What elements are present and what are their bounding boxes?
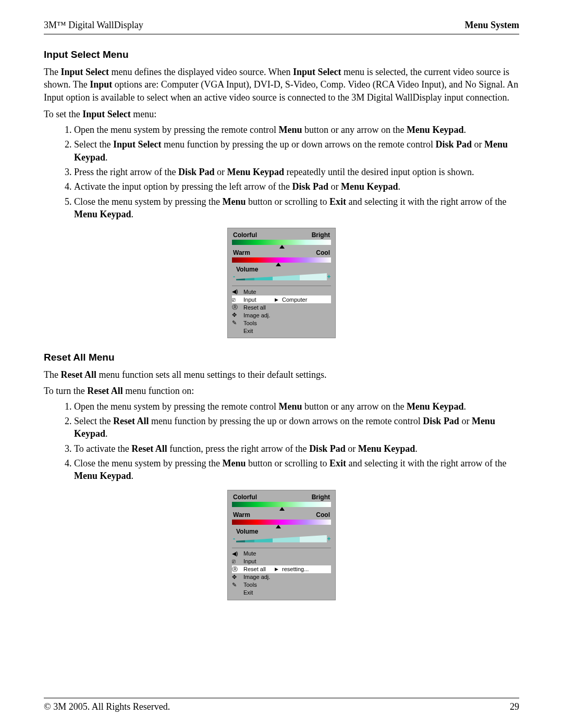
adjust-icon: ✥ bbox=[232, 312, 241, 318]
label-colorful: Colorful bbox=[233, 493, 257, 501]
menu-item-mute: ◀)Mute bbox=[232, 288, 331, 295]
label-cool: Cool bbox=[316, 249, 330, 256]
speaker-icon: ◀) bbox=[232, 550, 241, 557]
color-slider bbox=[232, 502, 331, 507]
speaker-icon: ◀) bbox=[232, 288, 241, 295]
input-value: Computer bbox=[282, 297, 331, 303]
header-right: Menu System bbox=[465, 20, 520, 31]
label-cool: Cool bbox=[316, 511, 330, 519]
menu-item-input: ⎚Input bbox=[232, 558, 331, 565]
osd-menu-figure-reset: ColorfulBright WarmCool Volume - + ◀)Mut… bbox=[227, 490, 336, 600]
page-number: 29 bbox=[510, 701, 519, 712]
menu-item-image-adj: ✥Image adj. bbox=[232, 311, 331, 319]
osd-menu-figure-input: ColorfulBright WarmCool Volume - + ◀)Mut… bbox=[227, 228, 336, 338]
tools-icon: ✎ bbox=[232, 582, 241, 588]
menu-item-exit: Exit bbox=[232, 589, 331, 597]
reset-icon: Ⓡ bbox=[232, 565, 241, 573]
menu-item-exit: Exit bbox=[232, 327, 331, 335]
section-heading-input-select: Input Select Menu bbox=[44, 49, 519, 60]
list-item: Select the Reset All menu function by pr… bbox=[74, 415, 519, 440]
volume-minus-icon: - bbox=[232, 535, 236, 542]
footer-left: © 3M 2005. All Rights Reserved. bbox=[44, 701, 170, 712]
input-select-intro: The Input Select menu defines the displa… bbox=[44, 66, 519, 104]
page-header: 3M™ Digital WallDisplay Menu System bbox=[44, 20, 519, 34]
menu-item-reset-all: ⓇReset all▶resetting... bbox=[232, 565, 331, 573]
temperature-slider bbox=[232, 520, 331, 525]
menu-item-reset-all: ⓇReset all bbox=[232, 303, 331, 311]
list-item: Close the menu system by pressing the Me… bbox=[74, 457, 519, 483]
label-volume: Volume bbox=[236, 266, 331, 273]
label-volume: Volume bbox=[236, 528, 331, 535]
list-item: Activate the input option by pressing th… bbox=[74, 180, 519, 193]
color-slider bbox=[232, 240, 331, 245]
temperature-slider bbox=[232, 257, 331, 263]
osd-menu-list: ◀)Mute ⎚Input ⓇReset all▶resetting... ✥I… bbox=[232, 548, 331, 597]
input-icon: ⎚ bbox=[232, 558, 241, 564]
reset-all-intro: The Reset All menu function sets all men… bbox=[44, 368, 519, 381]
list-item: Select the Input Select menu function by… bbox=[74, 138, 519, 164]
reset-value: resetting... bbox=[282, 566, 331, 572]
volume-slider bbox=[236, 273, 327, 280]
reset-all-steps: Open the menu system by pressing the rem… bbox=[44, 400, 519, 483]
label-colorful: Colorful bbox=[233, 231, 257, 239]
volume-slider bbox=[236, 535, 327, 542]
volume-plus-icon: + bbox=[327, 273, 331, 280]
label-bright: Bright bbox=[312, 231, 330, 239]
menu-item-input: ⎚Input▶Computer bbox=[232, 295, 331, 303]
reset-all-leadin: To turn the Reset All menu function on: bbox=[44, 385, 519, 397]
list-item: Open the menu system by pressing the rem… bbox=[74, 400, 519, 413]
page-footer: © 3M 2005. All Rights Reserved. 29 bbox=[44, 698, 519, 712]
menu-item-mute: ◀)Mute bbox=[232, 550, 331, 558]
reset-icon: Ⓡ bbox=[232, 303, 241, 311]
label-warm: Warm bbox=[233, 511, 250, 519]
input-select-steps: Open the menu system by pressing the rem… bbox=[44, 124, 519, 220]
header-left: 3M™ Digital WallDisplay bbox=[44, 20, 143, 31]
label-bright: Bright bbox=[312, 493, 330, 501]
input-select-leadin: To set the Input Select menu: bbox=[44, 108, 519, 120]
volume-plus-icon: + bbox=[327, 535, 331, 542]
adjust-icon: ✥ bbox=[232, 574, 241, 581]
label-warm: Warm bbox=[233, 249, 250, 256]
menu-item-tools: ✎Tools bbox=[232, 581, 331, 589]
list-item: Press the right arrow of the Disk Pad or… bbox=[74, 166, 519, 178]
menu-item-tools: ✎Tools bbox=[232, 319, 331, 327]
osd-menu-list: ◀)Mute ⎚Input▶Computer ⓇReset all ✥Image… bbox=[232, 286, 331, 335]
list-item: Close the menu system by pressing the Me… bbox=[74, 195, 519, 221]
chevron-right-icon: ▶ bbox=[275, 566, 280, 572]
tools-icon: ✎ bbox=[232, 319, 241, 326]
input-icon: ⎚ bbox=[232, 297, 241, 303]
menu-item-image-adj: ✥Image adj. bbox=[232, 573, 331, 581]
chevron-right-icon: ▶ bbox=[275, 297, 280, 302]
section-heading-reset-all: Reset All Menu bbox=[44, 352, 519, 363]
list-item: Open the menu system by pressing the rem… bbox=[74, 124, 519, 136]
volume-minus-icon: - bbox=[232, 273, 236, 280]
list-item: To activate the Reset All function, pres… bbox=[74, 442, 519, 455]
